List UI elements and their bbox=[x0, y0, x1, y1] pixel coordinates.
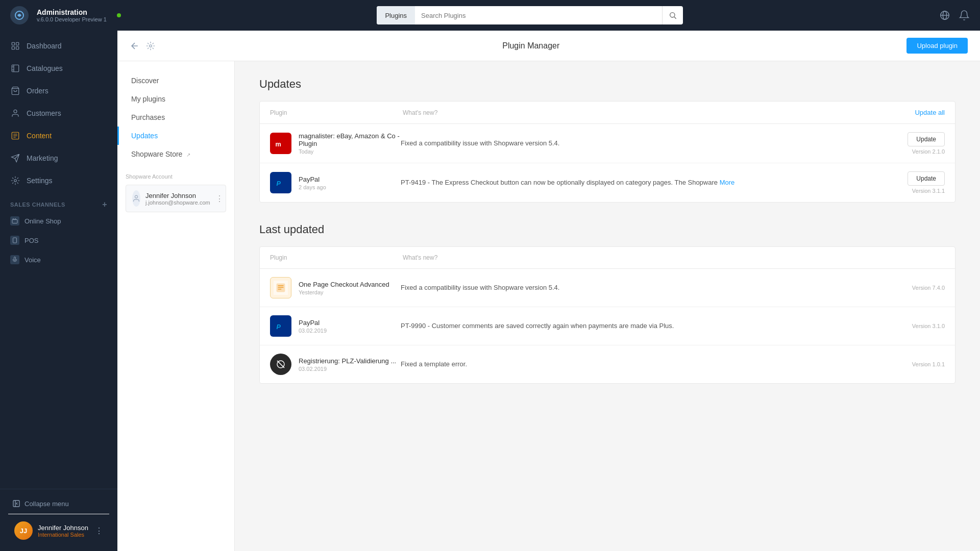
back-button[interactable] bbox=[130, 41, 140, 51]
notifications-icon[interactable] bbox=[959, 10, 970, 21]
user-section: JJ Jennifer Johnson International Sales … bbox=[8, 516, 109, 545]
update-button[interactable]: Update bbox=[908, 171, 945, 186]
collapse-menu-button[interactable]: Collapse menu bbox=[8, 495, 109, 512]
onepage-icon bbox=[270, 277, 291, 298]
plugin-nav-my-plugins[interactable]: My plugins bbox=[117, 90, 234, 108]
updates-title: Updates bbox=[259, 78, 955, 91]
last-updated-table-header: Plugin What's new? bbox=[260, 247, 955, 269]
paypal-icon: P bbox=[270, 315, 291, 337]
header-settings-button[interactable] bbox=[146, 41, 155, 51]
sidebar-item-online-shop[interactable]: Online Shop bbox=[0, 211, 117, 231]
header-left bbox=[130, 41, 155, 51]
app-name: Administration bbox=[37, 8, 107, 16]
sidebar-item-pos[interactable]: POS bbox=[0, 231, 117, 250]
svg-rect-16 bbox=[13, 238, 17, 243]
sidebar-item-settings[interactable]: Settings bbox=[0, 169, 117, 192]
plugin-nav-shopware-store[interactable]: Shopware Store ↗ bbox=[117, 145, 234, 163]
plugin-nav-purchases[interactable]: Purchases bbox=[117, 108, 234, 127]
search-tab[interactable]: Plugins bbox=[377, 6, 415, 24]
main-layout: Dashboard Catalogues bbox=[0, 31, 980, 551]
sidebar-item-content[interactable]: Content bbox=[0, 124, 117, 147]
svg-point-12 bbox=[14, 110, 17, 113]
magnalister-icon: m bbox=[270, 133, 291, 154]
svg-rect-8 bbox=[12, 47, 14, 49]
sales-channel-label: Online Shop bbox=[24, 217, 61, 225]
sidebar-item-orders[interactable]: Orders bbox=[0, 80, 117, 102]
settings-icon bbox=[10, 176, 20, 186]
table-row: P PayPal 03.02.2019 PT-9990 - Customer c… bbox=[260, 307, 955, 345]
user-name: Jennifer Johnson bbox=[38, 524, 90, 532]
app-title-block: Administration v.6.0.0 Developer Preview… bbox=[37, 8, 107, 22]
app-logo bbox=[10, 6, 29, 24]
sidebar-footer: Collapse menu JJ Jennifer Johnson Intern… bbox=[0, 489, 117, 551]
content-area: Plugin Manager Upload plugin Discover My… bbox=[117, 31, 980, 551]
svg-rect-10 bbox=[12, 65, 19, 72]
account-name: Jennifer Johnson bbox=[145, 192, 210, 199]
sidebar-item-label: Dashboard bbox=[27, 42, 62, 50]
content-header: Plugin Manager Upload plugin bbox=[117, 31, 980, 61]
add-sales-channel-icon[interactable]: + bbox=[102, 200, 107, 209]
svg-rect-28 bbox=[278, 285, 283, 286]
topbar-right-actions bbox=[939, 10, 970, 21]
svg-rect-7 bbox=[16, 42, 19, 45]
page-title: Plugin Manager bbox=[163, 41, 898, 51]
dashboard-icon bbox=[10, 41, 20, 51]
catalogues-icon bbox=[10, 63, 20, 73]
svg-text:P: P bbox=[277, 180, 281, 187]
plugin-name: One Page Checkout Advanced bbox=[299, 281, 401, 288]
plugin-description: PT-9419 - The Express Checkout button ca… bbox=[401, 178, 897, 188]
collapse-label: Collapse menu bbox=[24, 500, 69, 508]
svg-point-20 bbox=[150, 44, 152, 47]
sidebar-item-label: Settings bbox=[27, 177, 53, 185]
svg-rect-9 bbox=[16, 47, 19, 49]
table-row: One Page Checkout Advanced Yesterday Fix… bbox=[260, 269, 955, 307]
plugin-actions: Version 3.1.0 bbox=[912, 323, 945, 329]
user-menu-button[interactable]: ⋮ bbox=[95, 526, 103, 536]
user-info: Jennifer Johnson International Sales bbox=[38, 524, 90, 538]
sidebar-item-label: Orders bbox=[27, 87, 48, 95]
voice-icon bbox=[10, 255, 19, 264]
svg-text:P: P bbox=[277, 323, 281, 331]
svg-rect-29 bbox=[278, 287, 283, 288]
pos-icon bbox=[10, 236, 19, 245]
svg-rect-15 bbox=[12, 220, 17, 223]
plugin-nav-updates[interactable]: Updates bbox=[117, 127, 234, 145]
plugin-actions: Update Version 3.1.1 bbox=[908, 171, 945, 194]
sidebar: Dashboard Catalogues bbox=[0, 31, 117, 551]
col-header-whats-new: What's new? bbox=[403, 109, 915, 116]
sidebar-item-voice[interactable]: Voice bbox=[0, 250, 117, 269]
orders-icon bbox=[10, 86, 20, 96]
sales-channel-label: Voice bbox=[24, 256, 41, 264]
user-role: International Sales bbox=[38, 532, 90, 538]
upload-plugin-button[interactable]: Upload plugin bbox=[906, 38, 968, 54]
search-button[interactable] bbox=[662, 6, 683, 24]
sidebar-item-dashboard[interactable]: Dashboard bbox=[0, 35, 117, 57]
plugin-meta: magnalister: eBay, Amazon & Co - Plugin … bbox=[299, 132, 401, 155]
account-menu-button[interactable]: ⋮ bbox=[215, 194, 224, 204]
sidebar-item-catalogues[interactable]: Catalogues bbox=[0, 57, 117, 80]
plugin-nav-discover[interactable]: Discover bbox=[117, 71, 234, 90]
external-link-icon: ↗ bbox=[186, 152, 190, 158]
paypal-icon: P bbox=[270, 172, 291, 193]
update-button[interactable]: Update bbox=[908, 132, 945, 146]
update-all-button[interactable]: Update all bbox=[915, 109, 945, 116]
account-info: Jennifer Johnson j.johnson@shopware.com bbox=[145, 192, 210, 206]
sidebar-item-marketing[interactable]: Marketing bbox=[0, 147, 117, 169]
plugin-actions: Version 7.4.0 bbox=[912, 285, 945, 291]
sales-channels-label: Sales channels + bbox=[0, 192, 117, 211]
table-row: Registrierung: PLZ-Validierung ... 03.02… bbox=[260, 345, 955, 383]
sidebar-item-customers[interactable]: Customers bbox=[0, 102, 117, 124]
plugin-description: PT-9990 - Customer comments are saved co… bbox=[401, 321, 902, 331]
table-row: P PayPal 2 days ago PT-9419 - The Expres… bbox=[260, 163, 955, 202]
plugin-date: Yesterday bbox=[299, 289, 401, 295]
more-link[interactable]: More bbox=[720, 179, 735, 186]
plugin-description: Fixed a compatibility issue with Shopwar… bbox=[401, 138, 897, 148]
svg-line-2 bbox=[674, 17, 676, 19]
search-input[interactable] bbox=[415, 6, 662, 24]
updates-table: Plugin What's new? Update all m bbox=[259, 101, 955, 203]
col-header-plugin: Plugin bbox=[270, 254, 403, 261]
search-bar: Plugins bbox=[377, 6, 683, 24]
globe-icon[interactable] bbox=[939, 10, 950, 21]
plugin-name: magnalister: eBay, Amazon & Co - Plugin bbox=[299, 132, 401, 147]
app-version: v.6.0.0 Developer Preview 1 bbox=[37, 16, 107, 22]
